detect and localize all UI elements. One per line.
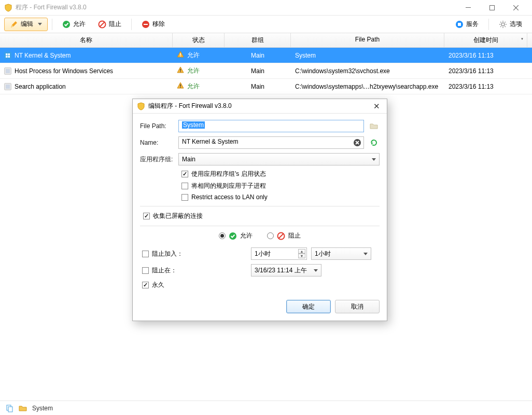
row-state: 允许: [187, 66, 200, 75]
maximize-button[interactable]: [480, 0, 504, 16]
lan-only-checkbox[interactable]: [181, 194, 188, 201]
row-created: 2023/3/16 11:13: [449, 52, 494, 59]
allow-label: 允许: [73, 20, 86, 29]
row-path: C:\windows\systemapps\…h2txyewy\searchap…: [295, 83, 438, 90]
use-group-state-label: 使用应用程序组's 启用状态: [191, 170, 266, 178]
block-add-in-checkbox[interactable]: [142, 251, 149, 257]
name-input[interactable]: NT Kernel & System: [178, 136, 364, 149]
options-button[interactable]: 选项: [493, 18, 528, 31]
table-row[interactable]: Host Process for Windows Services允许MainC…: [0, 63, 532, 79]
options-label: 选项: [510, 20, 522, 29]
svg-rect-25: [180, 53, 180, 56]
edit-label: 编辑: [21, 20, 33, 29]
service-icon: [455, 20, 464, 29]
svg-rect-1: [490, 5, 495, 10]
forever-checkbox[interactable]: [142, 282, 149, 288]
lan-only-label: Restrict access to LAN only: [191, 193, 268, 201]
svg-rect-32: [180, 87, 180, 88]
minimize-button[interactable]: [456, 0, 480, 16]
svg-rect-38: [8, 407, 12, 412]
collect-blocked-label: 收集已屏蔽的连接: [153, 212, 203, 220]
cancel-button[interactable]: 取消: [335, 300, 380, 313]
row-created: 2023/3/16 11:13: [449, 83, 494, 90]
block-label: 阻止: [109, 20, 121, 29]
allow-button[interactable]: 允许: [57, 18, 91, 31]
check-circle-icon: [62, 20, 71, 29]
ban-icon: [98, 20, 106, 29]
dialog-close-button[interactable]: ✕: [370, 102, 383, 111]
row-path: System: [295, 52, 316, 59]
statusbar: System: [0, 400, 532, 415]
row-created: 2023/3/16 11:13: [449, 67, 494, 75]
close-button[interactable]: [504, 0, 528, 16]
window-controls: [456, 0, 528, 16]
open-folder-icon[interactable]: [19, 404, 27, 412]
name-label: Name:: [140, 139, 174, 146]
svg-rect-10: [458, 23, 461, 26]
app-icon: [137, 102, 145, 110]
separator: [131, 19, 132, 30]
block-at-label: 阻止在：: [152, 266, 177, 275]
edit-button[interactable]: 编辑: [4, 18, 48, 31]
allow-radio-label: 允许: [240, 231, 253, 240]
filepath-input[interactable]: System: [178, 120, 364, 132]
svg-rect-26: [180, 56, 180, 57]
refresh-name-button[interactable]: [368, 137, 380, 148]
block-at-datetime[interactable]: 3/16/23 11:14 上午: [251, 264, 321, 276]
row-name: NT Kernel & System: [15, 52, 71, 59]
block-radio[interactable]: [267, 232, 274, 239]
column-state[interactable]: 状态: [173, 33, 225, 47]
svg-rect-28: [180, 69, 180, 71]
minus-circle-icon: [142, 20, 150, 29]
app-icon: [4, 4, 12, 12]
table-header: 名称 状态 群组 File Path 创建时间: [0, 33, 532, 48]
block-duration-preset[interactable]: 1小时: [311, 247, 371, 260]
table-row[interactable]: Search application允许MainC:\windows\syste…: [0, 79, 532, 94]
divider: [140, 206, 380, 206]
block-at-checkbox[interactable]: [142, 267, 149, 274]
appgroup-select[interactable]: Main: [178, 153, 380, 165]
pencil-icon: [10, 20, 18, 29]
apply-children-checkbox[interactable]: [181, 183, 188, 189]
allow-radio[interactable]: [219, 232, 226, 239]
use-group-state-checkbox[interactable]: [181, 171, 188, 177]
divider: [140, 226, 380, 226]
svg-rect-21: [6, 53, 8, 56]
warning-icon: [177, 66, 184, 75]
collect-blocked-checkbox[interactable]: [143, 213, 150, 219]
svg-line-6: [100, 22, 105, 26]
svg-rect-27: [6, 69, 10, 73]
column-name[interactable]: 名称: [0, 33, 173, 47]
gear-icon: [499, 20, 507, 29]
column-created[interactable]: 创建时间: [444, 33, 527, 47]
forever-label: 永久: [152, 281, 164, 289]
dialog-titlebar[interactable]: 编辑程序 - Fort Firewall v3.8.0 ✕: [133, 99, 387, 114]
column-group[interactable]: 群组: [225, 33, 291, 47]
row-path: C:\windows\system32\svchost.exe: [295, 67, 390, 75]
warning-icon: [177, 51, 184, 60]
windows-icon: [4, 52, 11, 59]
toolbar: 编辑 允许 阻止 移除 服务 选项: [0, 16, 532, 33]
table-row[interactable]: NT Kernel & System允许MainSystem2023/3/16 …: [0, 48, 532, 63]
column-path[interactable]: File Path: [291, 33, 444, 47]
window-title: 程序 - Fort Firewall v3.8.0: [16, 3, 456, 12]
block-button[interactable]: 阻止: [92, 18, 127, 31]
apply-children-label: 将相同的规则应用于子进程: [191, 182, 266, 190]
ok-button[interactable]: 确定: [286, 300, 331, 313]
ban-icon: [277, 232, 285, 240]
copy-icon[interactable]: [5, 404, 13, 412]
edit-program-dialog: 编辑程序 - Fort Firewall v3.8.0 ✕ File Path:…: [132, 99, 387, 321]
dialog-title: 编辑程序 - Fort Firewall v3.8.0: [148, 102, 367, 110]
svg-rect-0: [466, 7, 471, 8]
app-generic-icon: [4, 67, 11, 75]
block-duration-spinner[interactable]: 1小时▲▼: [251, 247, 307, 260]
service-button[interactable]: 服务: [450, 18, 484, 31]
browse-folder-button[interactable]: [368, 120, 380, 132]
remove-button[interactable]: 移除: [136, 18, 171, 31]
clear-icon[interactable]: [353, 139, 361, 148]
separator: [488, 19, 489, 30]
svg-rect-24: [8, 56, 10, 58]
allow-block-radio-group: 允许 阻止: [140, 231, 380, 240]
warning-icon: [177, 82, 184, 91]
check-circle-icon: [229, 232, 237, 240]
